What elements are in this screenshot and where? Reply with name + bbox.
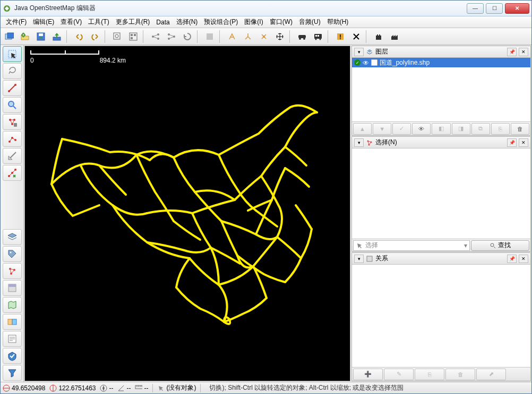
warning-icon[interactable]: ! (333, 30, 348, 43)
maximize-button[interactable]: ☐ (486, 3, 503, 14)
tool-c-button[interactable] (256, 30, 271, 43)
way-tool[interactable] (3, 131, 22, 147)
find-label: 查找 (498, 241, 511, 250)
layer-item[interactable]: ✓ 👁 国道_polyline.shp (352, 58, 530, 67)
move-up-button[interactable]: ▲ (353, 123, 372, 135)
selection-panel: ▾ 选择(N) 📌 ✕ 选择 ▾ 查找 (351, 136, 531, 252)
pin-icon[interactable]: 📌 (507, 138, 517, 147)
validator-panel-toggle[interactable] (3, 348, 22, 364)
selection-list[interactable] (352, 148, 530, 239)
menu-file[interactable]: 文件(F) (3, 16, 30, 28)
ruler-icon (135, 384, 142, 392)
bus-icon[interactable] (311, 30, 325, 43)
menu-view[interactable]: 查看(V) (57, 16, 85, 28)
relations-panel-toggle[interactable] (3, 280, 22, 296)
delete-relation-button[interactable]: 🗑 (445, 369, 475, 380)
panel-close-icon[interactable]: ✕ (519, 255, 528, 263)
layer-active-icon[interactable]: ✓ (354, 59, 361, 66)
collapse-icon[interactable]: ▾ (354, 255, 364, 263)
selection-combo[interactable]: 选择 ▾ (353, 240, 470, 251)
redo-button[interactable] (88, 30, 102, 43)
filter-panel-toggle[interactable] (3, 365, 22, 381)
select-tool[interactable] (3, 46, 22, 62)
preset-button[interactable] (202, 30, 217, 43)
search-button[interactable] (110, 30, 125, 43)
select-relation-button[interactable]: ⬈ (476, 369, 506, 380)
move-down-button[interactable]: ▼ (373, 123, 391, 135)
edit-relation-button[interactable]: ✎ (384, 369, 414, 380)
menu-audio[interactable]: 音频(U) (296, 16, 324, 28)
delete-icon[interactable] (349, 30, 364, 43)
separator-icon (197, 30, 200, 43)
delete-layer-button[interactable]: 🗑 (511, 123, 529, 135)
save-button[interactable] (33, 30, 48, 43)
map-panel-toggle[interactable] (3, 297, 22, 313)
menu-edit[interactable]: 编辑(E) (30, 16, 57, 28)
zoom-tool[interactable] (3, 97, 22, 113)
opacity-button[interactable]: ◧ (432, 123, 450, 135)
selection-panel-toggle[interactable] (3, 263, 22, 279)
menu-window[interactable]: 窗口(W) (267, 16, 296, 28)
upload-button[interactable] (49, 30, 64, 43)
combine-way-button[interactable] (164, 30, 179, 43)
toggle-visibility-button[interactable]: 👁 (412, 123, 431, 135)
undo-button[interactable] (72, 30, 87, 43)
menu-imagery[interactable]: 图像(I) (241, 16, 266, 28)
status-object: (没有对象) (157, 383, 196, 392)
draw-tool[interactable] (3, 80, 22, 96)
split-way-button[interactable] (148, 30, 163, 43)
no-object-text: (没有对象) (166, 383, 196, 392)
castle-icon[interactable] (371, 30, 386, 43)
close-button[interactable]: ✕ (505, 3, 529, 14)
duplicate-button[interactable]: ⎘ (491, 123, 510, 135)
menu-help[interactable]: 帮助(H) (324, 16, 352, 28)
menu-selection[interactable]: 选择(N) (173, 16, 201, 28)
svg-point-32 (8, 90, 10, 92)
tool-a-button[interactable] (225, 30, 239, 43)
panel-close-icon[interactable]: ✕ (519, 138, 528, 147)
layers-toolbar: ▲ ▼ ✓ 👁 ◧ ◨ ⧉ ⎘ 🗑 (352, 121, 530, 135)
history-panel-toggle[interactable] (3, 331, 22, 347)
measure-tool[interactable] (3, 148, 22, 164)
layers-list[interactable]: ✓ 👁 国道_polyline.shp (352, 58, 530, 121)
svg-point-26 (320, 38, 321, 40)
improve-way-tool[interactable] (3, 165, 22, 181)
layer-visible-icon[interactable]: 👁 (363, 59, 369, 66)
lasso-tool[interactable] (3, 63, 22, 79)
pin-icon[interactable]: 📌 (507, 255, 517, 263)
delete-tool[interactable] (3, 114, 22, 130)
collapse-icon[interactable]: ▾ (354, 48, 364, 56)
new-layer-button[interactable] (2, 30, 16, 43)
open-button[interactable] (18, 30, 32, 43)
tags-panel-toggle[interactable] (3, 246, 22, 262)
gamma-button[interactable]: ◨ (452, 123, 470, 135)
panel-close-icon[interactable]: ✕ (519, 48, 528, 56)
find-button[interactable]: 查找 (471, 240, 529, 251)
separator-icon (200, 384, 201, 392)
menu-tools[interactable]: 工具(T) (85, 16, 112, 28)
svg-rect-2 (7, 33, 14, 38)
pin-icon[interactable]: 📌 (507, 48, 517, 56)
relations-list[interactable] (352, 265, 530, 367)
conflict-panel-toggle[interactable] (3, 314, 22, 330)
cursor-icon (157, 384, 165, 392)
map-view[interactable]: 0 894.2 km (24, 46, 350, 381)
tool-b-button[interactable] (241, 30, 255, 43)
factory-icon[interactable] (387, 30, 402, 43)
minimize-button[interactable]: — (467, 3, 484, 14)
layers-panel-toggle[interactable] (3, 229, 22, 245)
merge-button[interactable]: ⧉ (471, 123, 490, 135)
activate-layer-button[interactable]: ✓ (392, 123, 411, 135)
menu-presets[interactable]: 预设组合(P) (201, 16, 241, 28)
menu-more-tools[interactable]: 更多工具(R) (113, 16, 153, 28)
separator-icon (328, 30, 331, 43)
reverse-way-button[interactable] (180, 30, 195, 43)
status-angle: -- (117, 384, 131, 392)
car-icon[interactable] (295, 30, 310, 43)
collapse-icon[interactable]: ▾ (354, 138, 364, 147)
duplicate-relation-button[interactable]: ⎘ (415, 369, 444, 380)
menu-data[interactable]: Data (153, 17, 173, 27)
preferences-button[interactable] (126, 30, 141, 43)
pan-button[interactable] (272, 30, 287, 43)
new-relation-button[interactable]: ➕ (353, 369, 383, 380)
